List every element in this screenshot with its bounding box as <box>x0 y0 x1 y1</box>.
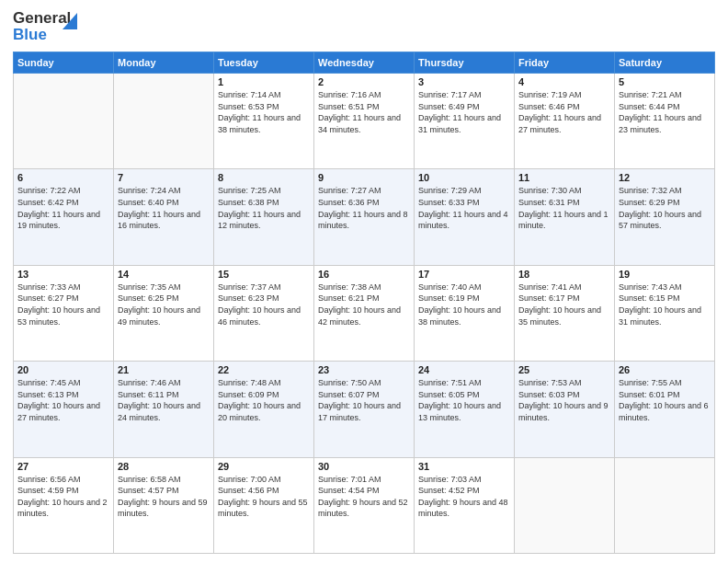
calendar-cell: 8Sunrise: 7:25 AM Sunset: 6:38 PM Daylig… <box>214 169 314 265</box>
weekday-header: Wednesday <box>314 52 415 74</box>
weekday-header: Thursday <box>415 52 515 74</box>
day-info: Sunrise: 6:56 AM Sunset: 4:59 PM Dayligh… <box>17 474 109 520</box>
day-number: 14 <box>118 269 210 280</box>
day-info: Sunrise: 7:24 AM Sunset: 6:40 PM Dayligh… <box>118 185 210 231</box>
calendar-cell: 7Sunrise: 7:24 AM Sunset: 6:40 PM Daylig… <box>114 169 214 265</box>
day-info: Sunrise: 7:51 AM Sunset: 6:05 PM Dayligh… <box>418 377 510 423</box>
day-number: 5 <box>619 76 711 87</box>
day-number: 27 <box>17 461 109 472</box>
calendar-cell: 11Sunrise: 7:30 AM Sunset: 6:31 PM Dayli… <box>515 169 615 265</box>
calendar-cell <box>615 457 715 553</box>
day-number: 7 <box>118 172 210 183</box>
day-info: Sunrise: 7:03 AM Sunset: 4:52 PM Dayligh… <box>418 474 510 520</box>
day-info: Sunrise: 7:40 AM Sunset: 6:19 PM Dayligh… <box>418 282 510 327</box>
day-number: 9 <box>318 172 410 183</box>
day-info: Sunrise: 7:50 AM Sunset: 6:07 PM Dayligh… <box>318 377 410 423</box>
day-info: Sunrise: 7:22 AM Sunset: 6:42 PM Dayligh… <box>17 185 109 231</box>
day-info: Sunrise: 7:37 AM Sunset: 6:23 PM Dayligh… <box>218 282 310 327</box>
day-number: 10 <box>418 172 510 183</box>
day-info: Sunrise: 7:25 AM Sunset: 6:38 PM Dayligh… <box>218 185 310 231</box>
day-info: Sunrise: 7:30 AM Sunset: 6:31 PM Dayligh… <box>518 185 610 231</box>
calendar-cell: 22Sunrise: 7:48 AM Sunset: 6:09 PM Dayli… <box>214 362 314 457</box>
day-info: Sunrise: 7:21 AM Sunset: 6:44 PM Dayligh… <box>619 89 711 135</box>
day-info: Sunrise: 7:41 AM Sunset: 6:17 PM Dayligh… <box>518 282 610 327</box>
weekday-header: Monday <box>114 52 214 74</box>
day-number: 13 <box>17 269 109 280</box>
day-info: Sunrise: 6:58 AM Sunset: 4:57 PM Dayligh… <box>118 474 210 520</box>
day-number: 23 <box>318 364 410 375</box>
calendar-cell: 29Sunrise: 7:00 AM Sunset: 4:56 PM Dayli… <box>214 457 314 553</box>
day-number: 25 <box>518 364 610 375</box>
day-number: 21 <box>118 364 210 375</box>
calendar-cell: 28Sunrise: 6:58 AM Sunset: 4:57 PM Dayli… <box>114 457 214 553</box>
calendar-cell: 23Sunrise: 7:50 AM Sunset: 6:07 PM Dayli… <box>314 362 415 457</box>
svg-marker-0 <box>63 13 77 29</box>
calendar-cell <box>14 74 114 169</box>
day-number: 24 <box>418 364 510 375</box>
day-info: Sunrise: 7:27 AM Sunset: 6:36 PM Dayligh… <box>318 185 410 231</box>
day-info: Sunrise: 7:45 AM Sunset: 6:13 PM Dayligh… <box>17 377 109 423</box>
day-number: 22 <box>218 364 310 375</box>
calendar-cell: 5Sunrise: 7:21 AM Sunset: 6:44 PM Daylig… <box>615 74 715 169</box>
calendar-cell: 13Sunrise: 7:33 AM Sunset: 6:27 PM Dayli… <box>14 265 114 361</box>
calendar-cell: 9Sunrise: 7:27 AM Sunset: 6:36 PM Daylig… <box>314 169 415 265</box>
day-info: Sunrise: 7:14 AM Sunset: 6:53 PM Dayligh… <box>218 89 310 135</box>
header: General Blue <box>13 9 715 46</box>
calendar-cell: 20Sunrise: 7:45 AM Sunset: 6:13 PM Dayli… <box>14 362 114 457</box>
calendar-cell: 14Sunrise: 7:35 AM Sunset: 6:25 PM Dayli… <box>114 265 214 361</box>
day-number: 1 <box>218 76 310 87</box>
day-info: Sunrise: 7:55 AM Sunset: 6:01 PM Dayligh… <box>619 377 711 423</box>
weekday-header: Tuesday <box>214 52 314 74</box>
day-info: Sunrise: 7:16 AM Sunset: 6:51 PM Dayligh… <box>318 89 410 135</box>
day-info: Sunrise: 7:38 AM Sunset: 6:21 PM Dayligh… <box>318 282 410 327</box>
calendar-cell: 4Sunrise: 7:19 AM Sunset: 6:46 PM Daylig… <box>515 74 615 169</box>
day-number: 8 <box>218 172 310 183</box>
day-info: Sunrise: 7:29 AM Sunset: 6:33 PM Dayligh… <box>418 185 510 231</box>
calendar-cell: 6Sunrise: 7:22 AM Sunset: 6:42 PM Daylig… <box>14 169 114 265</box>
calendar-cell: 10Sunrise: 7:29 AM Sunset: 6:33 PM Dayli… <box>415 169 515 265</box>
calendar-cell: 12Sunrise: 7:32 AM Sunset: 6:29 PM Dayli… <box>615 169 715 265</box>
day-number: 30 <box>318 461 410 472</box>
calendar-cell: 27Sunrise: 6:56 AM Sunset: 4:59 PM Dayli… <box>14 457 114 553</box>
day-info: Sunrise: 7:17 AM Sunset: 6:49 PM Dayligh… <box>418 89 510 135</box>
day-number: 11 <box>518 172 610 183</box>
page: General Blue SundayMondayTuesdayWednesda… <box>0 0 728 563</box>
calendar-table: SundayMondayTuesdayWednesdayThursdayFrid… <box>13 52 715 554</box>
day-info: Sunrise: 7:35 AM Sunset: 6:25 PM Dayligh… <box>118 282 210 327</box>
day-number: 2 <box>318 76 410 87</box>
calendar-cell: 15Sunrise: 7:37 AM Sunset: 6:23 PM Dayli… <box>214 265 314 361</box>
weekday-header: Friday <box>515 52 615 74</box>
day-number: 15 <box>218 269 310 280</box>
day-info: Sunrise: 7:43 AM Sunset: 6:15 PM Dayligh… <box>619 282 711 327</box>
calendar-cell <box>114 74 214 169</box>
day-info: Sunrise: 7:00 AM Sunset: 4:56 PM Dayligh… <box>218 474 310 520</box>
calendar-cell: 30Sunrise: 7:01 AM Sunset: 4:54 PM Dayli… <box>314 457 415 553</box>
calendar-cell: 31Sunrise: 7:03 AM Sunset: 4:52 PM Dayli… <box>415 457 515 553</box>
logo: General Blue <box>13 9 77 46</box>
day-number: 6 <box>17 172 109 183</box>
calendar-cell: 21Sunrise: 7:46 AM Sunset: 6:11 PM Dayli… <box>114 362 214 457</box>
day-info: Sunrise: 7:32 AM Sunset: 6:29 PM Dayligh… <box>619 185 711 231</box>
day-number: 16 <box>318 269 410 280</box>
day-number: 20 <box>17 364 109 375</box>
calendar-cell: 18Sunrise: 7:41 AM Sunset: 6:17 PM Dayli… <box>515 265 615 361</box>
calendar-cell: 3Sunrise: 7:17 AM Sunset: 6:49 PM Daylig… <box>415 74 515 169</box>
day-number: 12 <box>619 172 711 183</box>
day-info: Sunrise: 7:33 AM Sunset: 6:27 PM Dayligh… <box>17 282 109 327</box>
day-info: Sunrise: 7:48 AM Sunset: 6:09 PM Dayligh… <box>218 377 310 423</box>
calendar-cell: 16Sunrise: 7:38 AM Sunset: 6:21 PM Dayli… <box>314 265 415 361</box>
day-number: 26 <box>619 364 711 375</box>
calendar-cell: 24Sunrise: 7:51 AM Sunset: 6:05 PM Dayli… <box>415 362 515 457</box>
day-info: Sunrise: 7:53 AM Sunset: 6:03 PM Dayligh… <box>518 377 610 423</box>
logo-blue: Blue <box>13 26 47 44</box>
day-number: 29 <box>218 461 310 472</box>
calendar-cell: 26Sunrise: 7:55 AM Sunset: 6:01 PM Dayli… <box>615 362 715 457</box>
day-number: 3 <box>418 76 510 87</box>
calendar-cell <box>515 457 615 553</box>
day-info: Sunrise: 7:01 AM Sunset: 4:54 PM Dayligh… <box>318 474 410 520</box>
calendar-cell: 19Sunrise: 7:43 AM Sunset: 6:15 PM Dayli… <box>615 265 715 361</box>
weekday-header: Sunday <box>14 52 114 74</box>
logo-triangle-icon <box>63 13 77 29</box>
calendar-cell: 1Sunrise: 7:14 AM Sunset: 6:53 PM Daylig… <box>214 74 314 169</box>
weekday-header: Saturday <box>615 52 715 74</box>
